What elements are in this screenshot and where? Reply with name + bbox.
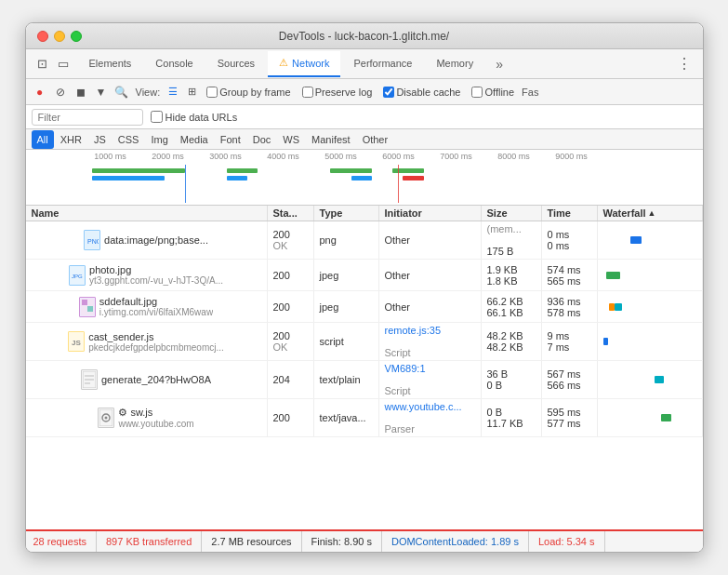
wf-bar-5 bbox=[602, 412, 698, 423]
type-filter-media[interactable]: Media bbox=[175, 130, 214, 149]
wf-segment-0 bbox=[630, 236, 642, 244]
view-list-icon[interactable]: ☰ bbox=[165, 85, 180, 100]
tab-console[interactable]: Console bbox=[144, 51, 204, 77]
tab-performance[interactable]: Performance bbox=[342, 51, 423, 77]
table-row[interactable]: generate_204?bHwO8A 204 text/plain VM689… bbox=[26, 361, 703, 399]
offline-checkbox[interactable]: Offline bbox=[471, 87, 514, 98]
name-main-4: generate_204?bHwO8A bbox=[101, 374, 211, 385]
stop-button[interactable]: ⊘ bbox=[52, 84, 69, 100]
tl-label-7: 7000 ms bbox=[428, 152, 485, 161]
table-row[interactable]: PNG data:image/png;base... 200OK png Oth… bbox=[26, 221, 703, 260]
disable-cache-checkbox[interactable]: Disable cache bbox=[383, 87, 460, 98]
inspect-icon[interactable]: ⊡ bbox=[33, 55, 52, 74]
tab-more[interactable]: » bbox=[490, 57, 509, 72]
device-icon[interactable]: ▭ bbox=[54, 55, 73, 74]
window-title: DevTools - luck-bacon-1.glitch.me/ bbox=[279, 30, 449, 43]
name-content-5: ⚙ sw.js www.youtube.com bbox=[118, 407, 193, 429]
type-filter-manifest[interactable]: Manifest bbox=[306, 130, 356, 149]
table-row[interactable]: JPG photo.jpg yt3.ggpht.com/-vu_v-hJT-3Q… bbox=[26, 260, 703, 291]
td-size-5: 0 B11.7 KB bbox=[482, 399, 542, 436]
tl-bar-2 bbox=[92, 176, 165, 181]
td-size-2: 66.2 KB66.1 KB bbox=[482, 291, 542, 322]
finish-time: Finish: 8.90 s bbox=[302, 531, 382, 552]
td-name-5: ⚙ sw.js www.youtube.com bbox=[26, 399, 268, 436]
devtools-options-icon[interactable]: ⋮ bbox=[673, 55, 695, 73]
hide-data-urls-group[interactable]: Hide data URLs bbox=[151, 111, 238, 123]
td-status-1: 200 bbox=[268, 260, 314, 290]
close-button[interactable] bbox=[37, 31, 48, 42]
filter-button[interactable]: ▼ bbox=[93, 84, 110, 100]
td-initiator-0: Other bbox=[379, 221, 482, 259]
type-filter-all[interactable]: All bbox=[32, 130, 54, 149]
type-filter-xhr[interactable]: XHR bbox=[55, 130, 87, 149]
name-content-0: data:image/png;base... bbox=[104, 234, 208, 246]
name-content-2: sddefault.jpg i.ytimg.com/vi/6lfaiXM6waw bbox=[99, 296, 213, 317]
name-content-1: photo.jpg yt3.ggpht.com/-vu_v-hJT-3Q/A..… bbox=[89, 264, 223, 286]
wf-segment-5 bbox=[661, 414, 671, 421]
col-type[interactable]: Type bbox=[314, 206, 379, 221]
requests-table[interactable]: Name Sta... Type Initiator Size Time Wat… bbox=[26, 206, 703, 529]
type-filter-doc[interactable]: Doc bbox=[247, 130, 277, 149]
type-filter-ws[interactable]: WS bbox=[277, 130, 305, 149]
tab-memory[interactable]: Memory bbox=[425, 51, 484, 77]
type-filter-js[interactable]: JS bbox=[88, 130, 112, 149]
minimize-button[interactable] bbox=[54, 31, 65, 42]
filter-input[interactable] bbox=[32, 109, 143, 126]
td-type-2: jpeg bbox=[314, 291, 379, 322]
status-bar: 28 requests 897 KB transferred 2.7 MB re… bbox=[26, 529, 703, 552]
initiator-link-5[interactable]: www.youtube.c... bbox=[385, 401, 475, 412]
type-filter-other[interactable]: Other bbox=[357, 130, 394, 149]
tab-sources[interactable]: Sources bbox=[206, 51, 266, 77]
td-time-2: 936 ms578 ms bbox=[542, 291, 598, 322]
name-content-4: generate_204?bHwO8A bbox=[101, 374, 211, 385]
table-row[interactable]: JS cast_sender.js pkedcjkdefgpdelpbcmbme… bbox=[26, 323, 703, 361]
tl-bar-8 bbox=[403, 176, 423, 181]
record-button[interactable]: ● bbox=[32, 84, 48, 100]
tab-network[interactable]: ⚠ Network bbox=[268, 51, 340, 77]
name-main-5: ⚙ sw.js bbox=[118, 407, 193, 419]
load-time: Load: 5.34 s bbox=[529, 531, 605, 552]
preserve-log-checkbox[interactable]: Preserve log bbox=[302, 87, 373, 98]
td-status-4: 204 bbox=[268, 361, 314, 398]
requests-count: 28 requests bbox=[33, 531, 97, 552]
col-time[interactable]: Time bbox=[542, 206, 598, 221]
td-waterfall-2 bbox=[598, 291, 703, 322]
view-tree-icon[interactable]: ⊞ bbox=[184, 85, 199, 100]
td-time-0: 0 ms0 ms bbox=[542, 221, 598, 259]
col-name[interactable]: Name bbox=[26, 206, 268, 221]
type-filter-font[interactable]: Font bbox=[215, 130, 246, 149]
search-button[interactable]: 🔍 bbox=[113, 84, 130, 100]
td-time-1: 574 ms565 ms bbox=[542, 260, 598, 290]
td-status-3: 200OK bbox=[268, 323, 314, 360]
initiator-link-4[interactable]: VM689:1 bbox=[385, 363, 475, 374]
throttle-dropdown[interactable]: Fas bbox=[522, 87, 538, 98]
name-sub-3: pkedcjkdefgpdelpbcmbmeomcj... bbox=[88, 342, 224, 353]
resources-size: 2.7 MB resources bbox=[202, 531, 301, 552]
tab-elements[interactable]: Elements bbox=[78, 51, 143, 77]
wf-bar-2 bbox=[602, 301, 698, 313]
col-size[interactable]: Size bbox=[482, 206, 542, 221]
col-status[interactable]: Sta... bbox=[268, 206, 314, 221]
table-row[interactable]: sddefault.jpg i.ytimg.com/vi/6lfaiXM6waw… bbox=[26, 291, 703, 323]
initiator-link-3[interactable]: remote.js:35 bbox=[385, 325, 475, 336]
td-status-5: 200 bbox=[268, 399, 314, 436]
svg-text:JS: JS bbox=[72, 339, 81, 347]
group-by-frame-checkbox[interactable]: Group by frame bbox=[206, 87, 290, 98]
td-type-0: png bbox=[314, 221, 379, 259]
col-initiator[interactable]: Initiator bbox=[379, 206, 482, 221]
td-time-5: 595 ms577 ms bbox=[542, 399, 598, 436]
td-waterfall-5 bbox=[598, 399, 703, 436]
svg-rect-5 bbox=[82, 300, 87, 305]
svg-point-15 bbox=[105, 417, 108, 420]
type-filter-img[interactable]: Img bbox=[145, 130, 173, 149]
table-row[interactable]: ⚙ sw.js www.youtube.com 200 text/java...… bbox=[26, 399, 703, 437]
col-waterfall[interactable]: Waterfall ▲ bbox=[598, 206, 703, 221]
file-icon-plain-4 bbox=[81, 369, 98, 390]
main-toolbar: ⊡ ▭ Elements Console Sources ⚠ Network P… bbox=[26, 49, 703, 79]
td-name-4: generate_204?bHwO8A bbox=[26, 361, 268, 398]
maximize-button[interactable] bbox=[71, 31, 82, 42]
camera-button[interactable]: ◼ bbox=[73, 84, 89, 100]
sort-icon: ▲ bbox=[648, 208, 656, 218]
type-filter-css[interactable]: CSS bbox=[113, 130, 145, 149]
waterfall-timeline: 1000 ms 2000 ms 3000 ms 4000 ms 5000 ms … bbox=[26, 150, 703, 206]
